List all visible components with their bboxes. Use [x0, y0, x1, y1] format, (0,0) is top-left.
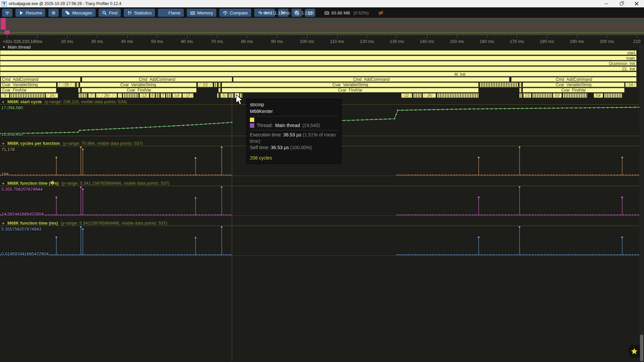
zone-stripes[interactable]: [413, 93, 422, 98]
axis-tick: [115, 35, 115, 36]
zone-group[interactable]: 17: [182, 93, 194, 98]
zone-group[interactable]: 26: [423, 93, 436, 98]
toolbar-button-gear-icon[interactable]: [48, 9, 59, 17]
window-title: virtualjaguar.exe @ 2025-10-29 17:56:29 …: [9, 1, 121, 6]
frame-timeline-strip[interactable]: [0, 18, 644, 35]
plot-header-m68k-function-time-ms[interactable]: ▼M68K function time (ms)(y-range: 5.3411…: [2, 221, 167, 226]
axis-tick: [274, 35, 274, 36]
zone-group[interactable]: 5: [220, 93, 228, 98]
axis-tick: [388, 35, 388, 36]
zone-m-init[interactable]: M_Init: [0, 72, 637, 76]
toolbar-button-statistics[interactable]: Statistics: [124, 9, 155, 17]
zone-cmd-addcommand[interactable]: Cmd_AddCommand: [233, 77, 509, 82]
achievements-star-button[interactable]: [629, 345, 640, 358]
zone-cvar-variablestring[interactable]: Cvar_VariableString: [222, 82, 479, 87]
zone-cvar-findvar[interactable]: Cvar_FindVar: [222, 88, 479, 93]
zone-group[interactable]: 7: [88, 93, 95, 98]
zone-stripes[interactable]: [217, 93, 219, 98]
plot-range-info: (y-range: 236,110, visible data points: …: [45, 99, 127, 104]
close-button[interactable]: [629, 0, 644, 7]
minimize-button[interactable]: [599, 0, 614, 7]
axis-tick: [61, 35, 61, 36]
zone-group[interactable]: 14: [46, 93, 58, 98]
zone-group[interactable]: 9: [1, 93, 9, 98]
zone-stripes[interactable]: [78, 93, 88, 98]
zone-stripes[interactable]: [228, 93, 234, 98]
zone-group[interactable]: 13: [140, 93, 149, 98]
toolbar-button-find[interactable]: Find: [99, 9, 121, 17]
zone-cmd-addcommand[interactable]: Cmd_AddCommand: [511, 77, 637, 82]
thread-header[interactable]: ▼ Main thread: [2, 45, 31, 50]
zone-stripes[interactable]: [156, 93, 160, 98]
zone-cmd-addcommand[interactable]: Cmd_AddCommand: [82, 77, 232, 82]
toolbar-button-wifi-icon[interactable]: [2, 9, 12, 17]
zone-group[interactable]: 15: [523, 93, 531, 98]
plot-header-m68k-function-time-s[interactable]: ▼M68K function time (�s)(y-range: 5,341.…: [2, 181, 169, 186]
zone-tiny[interactable]: 2: [76, 82, 79, 87]
toolbar-button-resume[interactable]: Resume: [15, 9, 45, 17]
zone-group[interactable]: 7: [161, 93, 165, 98]
zone-group[interactable]: 50: [553, 93, 562, 98]
vertical-scrollbar[interactable]: [640, 44, 644, 362]
axis-tick: [505, 35, 505, 36]
zone-stripes[interactable]: [437, 93, 479, 98]
zone-tiny[interactable]: 2: [218, 88, 221, 93]
axis-tick: [523, 35, 523, 36]
zone-group[interactable]: 14: [625, 82, 637, 87]
zone-stripes[interactable]: [519, 93, 522, 98]
zone-cvar-variablestring[interactable]: Cvar_VariableString: [1, 82, 56, 87]
toolbar-button-memory[interactable]: Memory: [187, 9, 216, 17]
scrollbar-thumb[interactable]: [640, 335, 643, 361]
zone-group[interactable]: 26: [96, 93, 117, 98]
zone-cvar-variablestring[interactable]: Cvar_VariableString: [523, 82, 625, 87]
zone-group[interactable]: 22: [198, 82, 213, 87]
axis-tick: [481, 35, 481, 36]
zone-qcommon-init[interactable]: Qcommon_Init: [0, 61, 637, 66]
zone-cl-init[interactable]: CL_Init: [0, 66, 637, 71]
zone-stripes[interactable]: [166, 93, 172, 98]
zone-group[interactable]: 6: [150, 93, 155, 98]
zone-group[interactable]: 14: [172, 93, 182, 98]
zone-stripes[interactable]: [604, 93, 622, 98]
plot-header-m68k-cycles-per-function[interactable]: ▼M68K cycles per function(y-range: 70,98…: [2, 141, 143, 146]
zone-stripes[interactable]: [532, 93, 552, 98]
zone-group[interactable]: [118, 93, 122, 98]
zone-cvar-variablestring[interactable]: Cvar_VariableString: [80, 82, 197, 87]
axis-tick: [28, 35, 29, 36]
toolbar-button-flame[interactable]: Flame: [158, 9, 184, 17]
zone-start[interactable]: _start: [0, 50, 637, 55]
plot-header-m68k-start-cycle[interactable]: ▼M68K start cycle(y-range: 236,110, visi…: [2, 99, 127, 104]
zone-stripes[interactable]: [563, 93, 587, 98]
zone-stripes[interactable]: [214, 82, 217, 87]
zone-color-swatch: [250, 118, 254, 122]
toolbar-button-compare[interactable]: Compare: [219, 9, 251, 17]
zone-group[interactable]: 29: [57, 82, 75, 87]
zone-main[interactable]: main: [0, 56, 637, 60]
plot-canvas-m68k-function-time-ms[interactable]: [0, 226, 639, 255]
restore-button[interactable]: [614, 0, 629, 7]
zone-cvar-findvar[interactable]: Cvar_FindVar: [523, 88, 625, 93]
zone-tiny[interactable]: 2: [78, 88, 80, 93]
plot-canvas-m68k-function-time-s[interactable]: [0, 186, 639, 216]
notifications-muted-indicator[interactable]: [378, 9, 383, 17]
ram-icon: [324, 10, 329, 15]
zone-stripes[interactable]: [10, 93, 45, 98]
zone-cvar-findvar[interactable]: Cvar_FindVar: [1, 88, 56, 93]
view-position-marker[interactable]: [2, 18, 6, 29]
zone-cmd-addcommand[interactable]: Cmd_AddCommand: [1, 77, 80, 82]
axis-tick: [58, 35, 58, 36]
zone-tiny[interactable]: 2: [519, 88, 522, 93]
tag-icon: [65, 10, 70, 15]
zone-cvar-findvar[interactable]: Cvar_FindVar: [82, 88, 197, 93]
toolbar-stat-83-88-mb: 83.88 MB(0.52%): [324, 9, 369, 17]
zone-tiny[interactable]: 2: [519, 82, 522, 87]
zone-tiny[interactable]: 2: [218, 82, 221, 87]
toolbar-button-messages[interactable]: Messages: [62, 9, 95, 17]
zone-group[interactable]: 22: [401, 93, 412, 98]
axis-tick: [238, 35, 238, 36]
view-position-marker-small[interactable]: [5, 31, 10, 34]
zone-row-cvar-findvar-row: Cvar_FindVar2Cvar_FindVar2Cvar_FindVar2C…: [0, 88, 644, 93]
zone-stripes[interactable]: [123, 93, 139, 98]
zone-stripes[interactable]: [480, 82, 518, 87]
zone-group[interactable]: 54: [594, 93, 603, 98]
